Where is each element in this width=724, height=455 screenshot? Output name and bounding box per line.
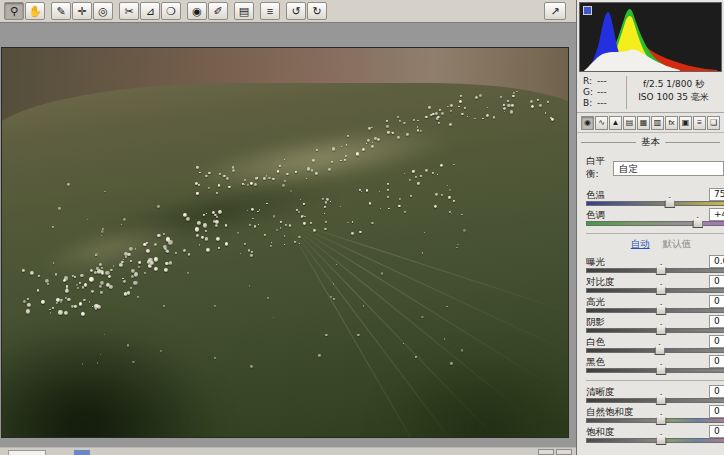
preferences-button[interactable]: ≡ [260,2,280,20]
straighten-tool[interactable]: ⊿ [140,2,160,20]
white-balance-tool[interactable]: ✎ [51,2,71,20]
clarity-slider-track[interactable] [586,398,724,403]
saturation-slider-track[interactable] [586,438,724,443]
water-droplet [461,349,464,352]
water-droplet [101,267,103,269]
blacks-slider-value[interactable]: 0 [709,355,724,368]
water-droplet [100,291,103,294]
temperature-slider-track[interactable] [586,201,724,206]
tab-tone-curve[interactable]: ∿ [595,116,608,130]
water-droplet [404,173,405,174]
basic-panel: 白平衡: 自定 色温750色调+4 自动 默认值 曝光0.0对比度0高光0阴影0… [577,151,724,445]
tab-basic[interactable]: ◉ [581,116,594,130]
rgb-readout: R:---G:---B:--- [583,76,627,109]
image-preview[interactable] [2,48,568,437]
water-droplet [511,104,514,107]
auto-default-row: 自动 默认值 [586,238,724,251]
tint-slider-thumb[interactable] [692,217,703,228]
water-droplet [417,182,419,184]
clarity-slider-thumb[interactable] [656,394,667,405]
water-droplet [510,110,513,113]
white-balance-select[interactable]: 自定 [613,161,724,176]
red-eye-tool[interactable]: ◉ [187,2,207,20]
rotate-right-button[interactable]: ↻ [307,2,327,20]
saturation-slider-value[interactable]: 0 [709,425,724,438]
color-sampler-tool[interactable]: ✛ [72,2,92,20]
water-droplet [205,237,208,240]
whites-slider-thumb[interactable] [654,344,665,355]
vibrance-slider: 自然饱和度0 [586,405,724,425]
tab-detail[interactable]: ▲ [609,116,622,130]
blacks-slider-track[interactable] [586,368,724,373]
vibrance-slider-value[interactable]: 0 [709,405,724,418]
temperature-slider-thumb[interactable] [664,197,675,208]
rotate-left-button[interactable]: ↺ [286,2,306,20]
button-clipped[interactable] [556,449,572,455]
shadows-slider-thumb[interactable] [656,324,667,335]
water-droplet [539,104,542,107]
water-droplet [101,230,103,232]
clarity-slider-value[interactable]: 0 [709,385,724,398]
water-droplet [208,187,210,189]
tint-slider-value[interactable]: +4 [709,208,724,221]
tab-effects[interactable]: fx [665,116,678,130]
highlights-slider-track[interactable] [586,308,724,313]
clarity-slider: 清晰度0 [586,385,724,405]
water-droplet [146,242,148,244]
vibrance-slider-thumb[interactable] [656,414,667,425]
water-droplet [163,305,165,307]
tint-slider-track[interactable] [586,221,724,226]
tab-camera-calibration[interactable]: ▣ [679,116,692,130]
water-droplet [164,268,168,272]
shadows-slider-track[interactable] [586,328,724,333]
tab-lens-corrections[interactable]: ▥ [651,116,664,130]
saturation-slider-thumb[interactable] [656,434,667,445]
water-droplet [127,291,130,294]
water-droplet [90,269,93,272]
exposure-slider-track[interactable] [586,268,724,273]
zoom-tool[interactable]: ⚲ [4,2,24,20]
graduated-filter-tool[interactable]: ▤ [234,2,254,20]
water-droplet [123,280,126,283]
water-droplet [530,100,533,103]
tab-presets[interactable]: ≡ [693,116,706,130]
tab-snapshots[interactable]: ❏ [707,116,720,130]
water-droplet [324,213,325,214]
workflow-options-link[interactable] [74,450,90,455]
tab-hsl-grayscale[interactable]: ▤ [623,116,636,130]
targeted-adjustment-tool[interactable]: ◎ [93,2,113,20]
contrast-slider-thumb[interactable] [656,284,667,295]
default-link[interactable]: 默认值 [663,238,692,249]
contrast-slider-value[interactable]: 0 [709,275,724,288]
water-droplet [371,145,374,148]
exposure-slider-value[interactable]: 0.0 [709,255,724,268]
shadow-clipping-indicator[interactable] [583,6,592,15]
highlights-slider-thumb[interactable] [656,304,667,315]
highlights-slider-value[interactable]: 0 [709,295,724,308]
water-droplet [306,178,307,179]
water-droplet [328,168,331,171]
whites-slider-value[interactable]: 0 [709,335,724,348]
hand-tool[interactable]: ✋ [25,2,45,20]
zoom-level-control[interactable] [8,450,46,455]
adjustment-brush-tool[interactable]: ✐ [208,2,228,20]
vibrance-slider-track[interactable] [586,418,724,423]
water-droplet [312,159,315,162]
rgb-value-row: G:--- [583,87,626,98]
temperature-slider-value[interactable]: 750 [709,188,724,201]
crop-tool[interactable]: ✂ [119,2,139,20]
auto-link[interactable]: 自动 [631,238,650,249]
water-droplet [208,172,211,175]
spot-removal-tool[interactable]: ❍ [161,2,181,20]
exposure-slider-thumb[interactable] [656,264,667,275]
shadows-slider-value[interactable]: 0 [709,315,724,328]
blacks-slider-thumb[interactable] [656,364,667,375]
button-clipped[interactable] [538,449,554,455]
water-droplet [284,235,285,236]
water-droplet [89,277,93,281]
water-droplet [154,243,157,246]
contrast-slider-track[interactable] [586,288,724,293]
tab-split-toning[interactable]: ▦ [637,116,650,130]
water-droplet [109,285,112,288]
toggle-fullscreen-button[interactable]: ↗ [544,2,566,20]
